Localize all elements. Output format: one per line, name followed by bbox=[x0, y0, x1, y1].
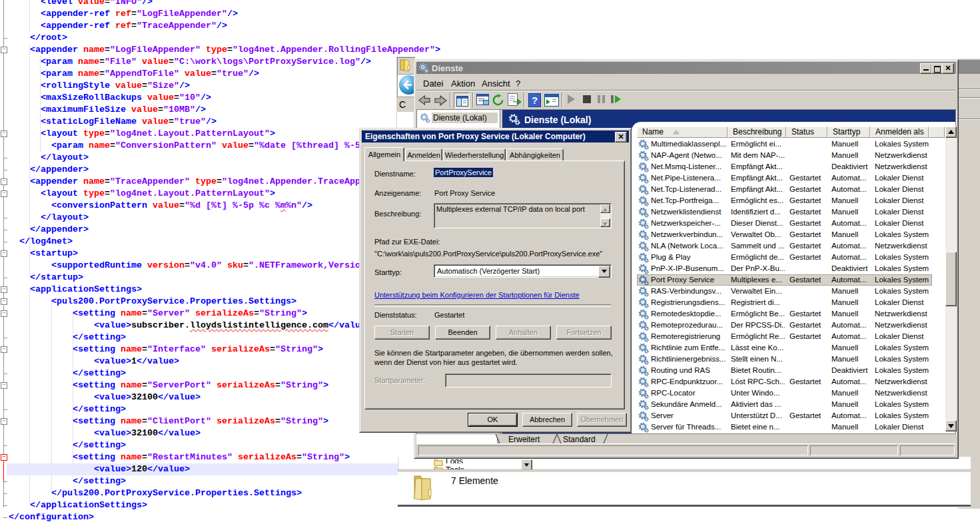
svg-text:Erweitert: Erweitert bbox=[508, 435, 540, 444]
svg-text:Standard: Standard bbox=[563, 435, 596, 444]
